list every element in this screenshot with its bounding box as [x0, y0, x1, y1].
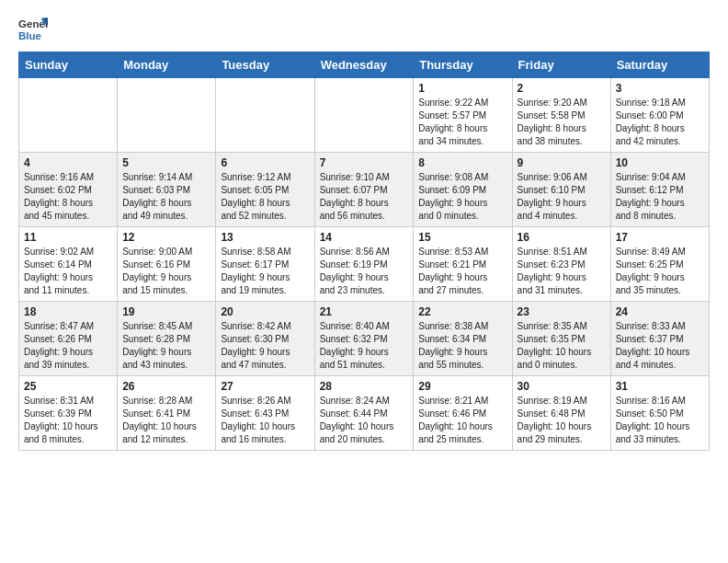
- day-info: Sunrise: 9:04 AM Sunset: 6:12 PM Dayligh…: [616, 171, 704, 223]
- calendar-week-1: 1Sunrise: 9:22 AM Sunset: 5:57 PM Daylig…: [19, 78, 710, 153]
- day-info: Sunrise: 8:28 AM Sunset: 6:41 PM Dayligh…: [122, 395, 210, 446]
- day-info: Sunrise: 8:26 AM Sunset: 6:43 PM Dayligh…: [221, 395, 309, 446]
- day-info: Sunrise: 9:12 AM Sunset: 6:05 PM Dayligh…: [221, 171, 309, 223]
- day-number: 18: [24, 305, 112, 318]
- day-number: 7: [320, 156, 409, 169]
- calendar-cell: [19, 78, 118, 153]
- calendar-cell: [118, 78, 216, 153]
- weekday-header-saturday: Saturday: [610, 52, 709, 78]
- day-info: Sunrise: 8:42 AM Sunset: 6:30 PM Dayligh…: [221, 320, 309, 372]
- calendar-week-5: 25Sunrise: 8:31 AM Sunset: 6:39 PM Dayli…: [19, 376, 710, 451]
- calendar-cell: 2Sunrise: 9:20 AM Sunset: 5:58 PM Daylig…: [512, 78, 610, 153]
- day-info: Sunrise: 8:35 AM Sunset: 6:35 PM Dayligh…: [518, 320, 606, 372]
- calendar-cell: 31Sunrise: 8:16 AM Sunset: 6:50 PM Dayli…: [610, 376, 709, 451]
- day-number: 14: [320, 231, 409, 244]
- day-info: Sunrise: 9:14 AM Sunset: 6:03 PM Dayligh…: [122, 171, 210, 223]
- calendar-cell: 6Sunrise: 9:12 AM Sunset: 6:05 PM Daylig…: [216, 153, 314, 227]
- day-info: Sunrise: 8:31 AM Sunset: 6:39 PM Dayligh…: [24, 395, 112, 446]
- calendar-cell: 12Sunrise: 9:00 AM Sunset: 6:16 PM Dayli…: [118, 227, 216, 302]
- calendar-cell: 26Sunrise: 8:28 AM Sunset: 6:41 PM Dayli…: [118, 376, 216, 451]
- svg-text:Blue: Blue: [18, 30, 42, 41]
- logo-icon: General Blue: [18, 15, 48, 44]
- day-info: Sunrise: 8:33 AM Sunset: 6:37 PM Dayligh…: [616, 320, 704, 372]
- day-info: Sunrise: 8:58 AM Sunset: 6:17 PM Dayligh…: [221, 246, 309, 297]
- day-number: 8: [418, 156, 506, 169]
- calendar-cell: 9Sunrise: 9:06 AM Sunset: 6:10 PM Daylig…: [512, 153, 610, 227]
- calendar-cell: 15Sunrise: 8:53 AM Sunset: 6:21 PM Dayli…: [414, 227, 512, 302]
- day-info: Sunrise: 8:38 AM Sunset: 6:34 PM Dayligh…: [418, 320, 506, 372]
- day-info: Sunrise: 9:02 AM Sunset: 6:14 PM Dayligh…: [24, 246, 112, 297]
- day-number: 20: [221, 305, 309, 318]
- day-number: 28: [320, 380, 409, 393]
- day-number: 16: [518, 231, 606, 244]
- calendar-cell: 10Sunrise: 9:04 AM Sunset: 6:12 PM Dayli…: [610, 153, 709, 227]
- calendar-cell: 28Sunrise: 8:24 AM Sunset: 6:44 PM Dayli…: [314, 376, 414, 451]
- calendar-cell: 11Sunrise: 9:02 AM Sunset: 6:14 PM Dayli…: [19, 227, 118, 302]
- calendar-cell: 5Sunrise: 9:14 AM Sunset: 6:03 PM Daylig…: [118, 153, 216, 227]
- weekday-header-row: SundayMondayTuesdayWednesdayThursdayFrid…: [19, 52, 710, 78]
- calendar-week-2: 4Sunrise: 9:16 AM Sunset: 6:02 PM Daylig…: [19, 153, 710, 227]
- calendar-cell: 7Sunrise: 9:10 AM Sunset: 6:07 PM Daylig…: [314, 153, 414, 227]
- calendar-cell: 3Sunrise: 9:18 AM Sunset: 6:00 PM Daylig…: [610, 78, 709, 153]
- day-number: 6: [221, 156, 309, 169]
- calendar-cell: 17Sunrise: 8:49 AM Sunset: 6:25 PM Dayli…: [610, 227, 709, 302]
- day-info: Sunrise: 8:56 AM Sunset: 6:19 PM Dayligh…: [320, 246, 409, 297]
- day-info: Sunrise: 8:47 AM Sunset: 6:26 PM Dayligh…: [24, 320, 112, 372]
- day-info: Sunrise: 9:08 AM Sunset: 6:09 PM Dayligh…: [418, 171, 506, 223]
- calendar-cell: 1Sunrise: 9:22 AM Sunset: 5:57 PM Daylig…: [414, 78, 512, 153]
- calendar-cell: 29Sunrise: 8:21 AM Sunset: 6:46 PM Dayli…: [414, 376, 512, 451]
- day-info: Sunrise: 9:00 AM Sunset: 6:16 PM Dayligh…: [122, 246, 210, 297]
- day-info: Sunrise: 8:16 AM Sunset: 6:50 PM Dayligh…: [616, 395, 704, 446]
- day-info: Sunrise: 9:06 AM Sunset: 6:10 PM Dayligh…: [518, 171, 606, 223]
- calendar-cell: 18Sunrise: 8:47 AM Sunset: 6:26 PM Dayli…: [19, 302, 118, 376]
- calendar-cell: 22Sunrise: 8:38 AM Sunset: 6:34 PM Dayli…: [414, 302, 512, 376]
- calendar-cell: 4Sunrise: 9:16 AM Sunset: 6:02 PM Daylig…: [19, 153, 118, 227]
- day-info: Sunrise: 9:18 AM Sunset: 6:00 PM Dayligh…: [616, 97, 704, 148]
- weekday-header-monday: Monday: [118, 52, 216, 78]
- day-number: 3: [616, 82, 704, 95]
- day-info: Sunrise: 8:49 AM Sunset: 6:25 PM Dayligh…: [616, 246, 704, 297]
- day-number: 15: [418, 231, 506, 244]
- day-number: 29: [418, 380, 506, 393]
- day-info: Sunrise: 8:19 AM Sunset: 6:48 PM Dayligh…: [518, 395, 606, 446]
- calendar-cell: 20Sunrise: 8:42 AM Sunset: 6:30 PM Dayli…: [216, 302, 314, 376]
- weekday-header-wednesday: Wednesday: [314, 52, 414, 78]
- calendar-cell: 19Sunrise: 8:45 AM Sunset: 6:28 PM Dayli…: [118, 302, 216, 376]
- day-number: 23: [518, 305, 606, 318]
- calendar-week-3: 11Sunrise: 9:02 AM Sunset: 6:14 PM Dayli…: [19, 227, 710, 302]
- day-number: 17: [616, 231, 704, 244]
- weekday-header-sunday: Sunday: [19, 52, 118, 78]
- weekday-header-thursday: Thursday: [414, 52, 512, 78]
- day-info: Sunrise: 8:21 AM Sunset: 6:46 PM Dayligh…: [418, 395, 506, 446]
- calendar-cell: 14Sunrise: 8:56 AM Sunset: 6:19 PM Dayli…: [314, 227, 414, 302]
- day-number: 21: [320, 305, 409, 318]
- day-info: Sunrise: 8:24 AM Sunset: 6:44 PM Dayligh…: [320, 395, 409, 446]
- day-number: 2: [518, 82, 606, 95]
- calendar-cell: 23Sunrise: 8:35 AM Sunset: 6:35 PM Dayli…: [512, 302, 610, 376]
- day-number: 31: [616, 380, 704, 393]
- day-number: 13: [221, 231, 309, 244]
- day-info: Sunrise: 8:45 AM Sunset: 6:28 PM Dayligh…: [122, 320, 210, 372]
- calendar-cell: 30Sunrise: 8:19 AM Sunset: 6:48 PM Dayli…: [512, 376, 610, 451]
- weekday-header-tuesday: Tuesday: [216, 52, 314, 78]
- calendar-table: SundayMondayTuesdayWednesdayThursdayFrid…: [18, 52, 710, 451]
- calendar-cell: [314, 78, 414, 153]
- calendar-cell: 21Sunrise: 8:40 AM Sunset: 6:32 PM Dayli…: [314, 302, 414, 376]
- page-header: General Blue: [18, 15, 710, 44]
- day-number: 4: [24, 156, 112, 169]
- calendar-cell: 8Sunrise: 9:08 AM Sunset: 6:09 PM Daylig…: [414, 153, 512, 227]
- day-number: 26: [122, 380, 210, 393]
- day-number: 30: [518, 380, 606, 393]
- logo: General Blue: [18, 15, 48, 44]
- weekday-header-friday: Friday: [512, 52, 610, 78]
- calendar-cell: 24Sunrise: 8:33 AM Sunset: 6:37 PM Dayli…: [610, 302, 709, 376]
- calendar-cell: 13Sunrise: 8:58 AM Sunset: 6:17 PM Dayli…: [216, 227, 314, 302]
- day-number: 9: [518, 156, 606, 169]
- day-info: Sunrise: 9:22 AM Sunset: 5:57 PM Dayligh…: [418, 97, 506, 148]
- day-number: 22: [418, 305, 506, 318]
- calendar-cell: 16Sunrise: 8:51 AM Sunset: 6:23 PM Dayli…: [512, 227, 610, 302]
- day-info: Sunrise: 8:53 AM Sunset: 6:21 PM Dayligh…: [418, 246, 506, 297]
- day-number: 10: [616, 156, 704, 169]
- day-number: 5: [122, 156, 210, 169]
- calendar-cell: [216, 78, 314, 153]
